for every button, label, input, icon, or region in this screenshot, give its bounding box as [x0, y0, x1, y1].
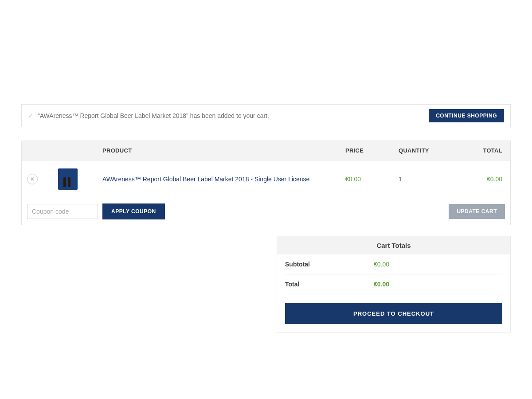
col-header-price: PRICE	[345, 147, 399, 154]
cart-totals: Cart Totals Subtotal €0.00 Total €0.00 P…	[277, 236, 511, 332]
update-cart-button[interactable]: UPDATE CART	[449, 204, 505, 219]
item-price: €0.00	[345, 176, 361, 183]
coupon-code-input[interactable]	[27, 204, 98, 219]
col-header-total: TOTAL	[456, 147, 505, 154]
coupon-area: APPLY COUPON	[27, 203, 165, 219]
cart-header-row: PRODUCT PRICE QUANTITY TOTAL	[22, 141, 510, 160]
subtotal-row: Subtotal €0.00	[285, 254, 502, 274]
cart-actions-row: APPLY COUPON UPDATE CART	[22, 198, 510, 225]
total-label: Total	[285, 281, 374, 288]
total-row: Total €0.00	[285, 274, 502, 294]
product-thumbnail[interactable]	[54, 168, 102, 190]
cart-notice: ✓ “AWAreness™ Report Global Beer Label M…	[21, 104, 511, 127]
cart-item-row: ✕ AWAreness™ Report Global Beer Label Ma…	[22, 160, 510, 198]
subtotal-label: Subtotal	[285, 261, 374, 268]
product-name-link[interactable]: AWAreness™ Report Global Beer Label Mark…	[102, 176, 309, 183]
cart-table: PRODUCT PRICE QUANTITY TOTAL ✕ AWAreness…	[21, 141, 511, 225]
close-icon: ✕	[30, 176, 35, 182]
notice-left: ✓ “AWAreness™ Report Global Beer Label M…	[28, 112, 269, 119]
col-header-qty: QUANTITY	[399, 147, 456, 154]
product-image-icon	[58, 168, 78, 190]
apply-coupon-button[interactable]: APPLY COUPON	[102, 203, 165, 219]
continue-shopping-button[interactable]: CONTINUE SHOPPING	[429, 109, 504, 122]
notice-text: “AWAreness™ Report Global Beer Label Mar…	[38, 112, 269, 119]
total-value: €0.00	[374, 281, 389, 288]
proceed-to-checkout-button[interactable]: PROCEED TO CHECKOUT	[285, 303, 502, 324]
cart-totals-title: Cart Totals	[277, 236, 510, 254]
item-total: €0.00	[487, 176, 502, 183]
check-icon: ✓	[28, 112, 33, 119]
col-header-product: PRODUCT	[102, 147, 345, 154]
item-quantity: 1	[399, 176, 402, 183]
subtotal-value: €0.00	[374, 261, 389, 268]
remove-item-button[interactable]: ✕	[27, 174, 38, 184]
